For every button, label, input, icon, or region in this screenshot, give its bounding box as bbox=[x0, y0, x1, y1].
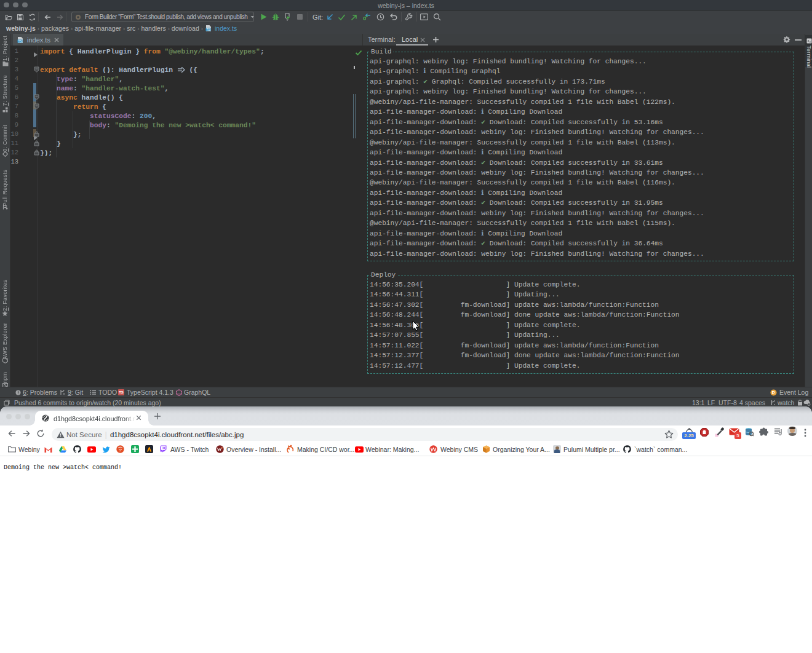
svg-text:TS: TS bbox=[18, 39, 22, 42]
svg-text:TS: TS bbox=[207, 28, 210, 31]
